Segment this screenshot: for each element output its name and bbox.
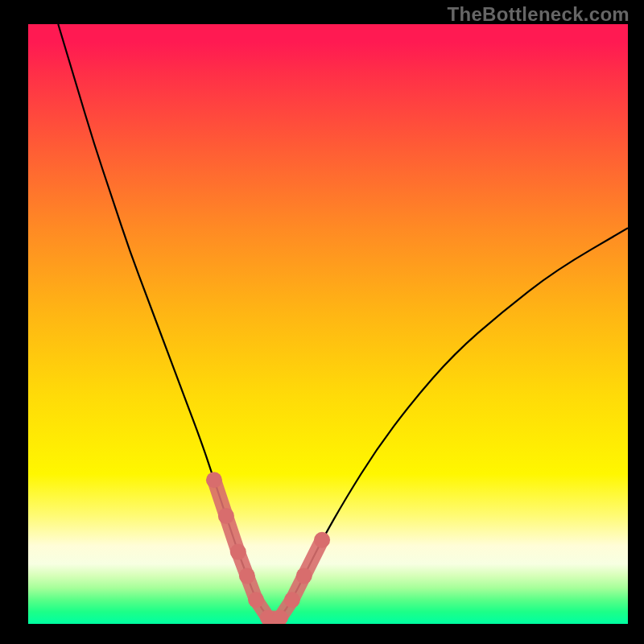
marker-point — [248, 592, 264, 608]
marker-connector — [214, 480, 322, 617]
highlight-markers — [206, 472, 330, 624]
marker-point — [239, 568, 255, 584]
marker-point — [230, 544, 246, 560]
marker-point — [284, 592, 300, 608]
marker-point — [206, 472, 222, 488]
marker-point — [314, 532, 330, 548]
curve-layer — [28, 24, 628, 624]
chart-frame: TheBottleneck.com — [0, 0, 644, 644]
marker-point — [218, 508, 234, 524]
marker-point — [296, 568, 312, 584]
watermark-text: TheBottleneck.com — [448, 3, 630, 26]
plot-area — [28, 24, 628, 624]
bottleneck-curve — [58, 24, 628, 618]
